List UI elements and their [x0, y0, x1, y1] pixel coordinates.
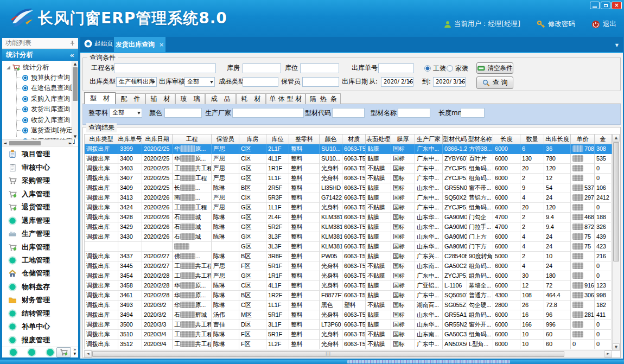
tab-home[interactable]: 起始页: [84, 40, 113, 48]
tree-item[interactable]: 发货出库查询: [17, 105, 70, 114]
sidebar-item-退货管理[interactable]: 退货管理: [2, 201, 78, 214]
tree-item[interactable]: 采购入库查询: [17, 94, 70, 104]
collapse-icon[interactable]: «: [70, 51, 74, 59]
pin-icon[interactable]: [70, 40, 75, 46]
tree-horizontal-scrollbar[interactable]: ◄ ►: [2, 139, 73, 146]
sidebar-item-退库管理[interactable]: 退库管理: [2, 214, 78, 227]
sidebar-item-出库管理[interactable]: 出库管理: [2, 240, 78, 253]
sidebar-item-采购管理[interactable]: 采购管理: [2, 174, 78, 187]
table-row[interactable]: 调拨出库34002020/2/25华原...严思C区4L1F整料SU10...6…: [85, 154, 613, 164]
minimize-button[interactable]: [590, 2, 600, 9]
table-row[interactable]: 调拨出库34242020/2/26工工程严思G区1L1F整料光身料6063-T5…: [85, 203, 613, 213]
radio-homewear[interactable]: 家装: [447, 64, 468, 73]
column-header[interactable]: 材质: [342, 135, 366, 144]
column-header[interactable]: 单价: [571, 135, 595, 144]
table-row[interactable]: 调拨出库34032020/2/25工共工程严思G区1R1F整料光身料6063-T…: [85, 164, 613, 174]
tree-item[interactable]: 预算执行查询: [17, 73, 70, 82]
material-tab-配件[interactable]: 配件: [116, 93, 145, 104]
column-header[interactable]: 出库单号: [118, 135, 142, 144]
tree-item[interactable]: 收货入库查询: [17, 115, 70, 125]
grid-vertical-scrollbar[interactable]: ▲ ▼: [612, 134, 620, 351]
sidebar-item-报废管理[interactable]: 报废管理: [2, 334, 78, 347]
clear-conditions-button[interactable]: 清空条件: [476, 62, 513, 74]
tree-item[interactable]: 在途信息查询[待定]: [17, 84, 78, 93]
table-row[interactable]: 调拨出库34452020/2/27工共工程严思F区5R1F整料光身料6063-T…: [85, 261, 613, 271]
table-row[interactable]: 调拨出库34132020/2/26南...严思C区5R3F整料G71422606…: [85, 193, 613, 203]
material-tab-耗材[interactable]: 耗材: [236, 93, 266, 104]
table-row[interactable]: 调拨出库35002020/3/3工共工程曹佳D区3L1F整料LT3P606063…: [85, 320, 613, 330]
radio-workwear[interactable]: 工装: [424, 64, 446, 73]
location-input[interactable]: [300, 63, 339, 73]
column-header[interactable]: 膜厚: [391, 135, 415, 144]
keeper-input[interactable]: [302, 77, 339, 87]
column-header[interactable]: 型材代码: [443, 135, 467, 144]
logout-button[interactable]: 退出: [591, 20, 616, 29]
table-row[interactable]: 调拨出库34942020/3/2石辉城汤伟M区5R1F整料光身料6063-T5贴…: [85, 310, 613, 320]
material-tab-隔热条[interactable]: 隔热条: [305, 93, 341, 104]
product-type-input[interactable]: [243, 77, 278, 87]
table-row[interactable]: 调拨出库34932020/3/2华原...陈琳C区1L1F整料黑色塑料不贴膜国标…: [85, 301, 613, 310]
date-to-dropdown[interactable]: 2020/ 3/16: [433, 77, 466, 87]
tab-list-dropdown-icon[interactable]: ▼: [615, 43, 619, 48]
table-row[interactable]: 调拨出库34612020/2/28华原...陈琳B区1R2F整料F8877FT6…: [85, 291, 613, 301]
column-header[interactable]: 库房: [239, 135, 266, 144]
tab-close-icon[interactable]: ×: [159, 41, 164, 48]
sidebar-item-项目管理[interactable]: 项目管理: [2, 148, 78, 161]
material-tab-成品[interactable]: 成品: [205, 93, 236, 104]
module-dot-icon[interactable]: [28, 349, 35, 356]
table-row[interactable]: 调拨出库35102020/3/4工共工程陈琳F区5R1F整料光身料6063-T5…: [85, 330, 613, 340]
column-header[interactable]: 工程: [173, 135, 212, 144]
part-type-dropdown[interactable]: 全部: [110, 108, 142, 118]
column-header[interactable]: 表面处理: [366, 135, 391, 144]
project-name-input[interactable]: [114, 63, 216, 73]
sidebar-item-审核中心[interactable]: 审核中心: [2, 161, 78, 174]
tree-item[interactable]: 退货查询[待定]: [17, 126, 75, 136]
sidebar-item-补单中心[interactable]: 补单中心: [2, 320, 78, 333]
column-header[interactable]: 保管员: [212, 135, 239, 144]
expand-icon[interactable]: [7, 66, 10, 69]
material-tab-玻璃[interactable]: 玻璃: [175, 93, 205, 104]
length-input[interactable]: [461, 108, 485, 118]
column-header[interactable]: 数量: [520, 135, 544, 144]
grid-horizontal-scrollbar[interactable]: ◄ ||| ►: [84, 350, 612, 357]
warehouse-input[interactable]: [243, 63, 281, 73]
maximize-button[interactable]: [601, 2, 610, 9]
column-header[interactable]: 整零料: [289, 135, 320, 144]
close-button[interactable]: ×: [612, 2, 622, 9]
sidebar-item-入库管理[interactable]: 入库管理: [2, 187, 78, 200]
table-row[interactable]: 调拨出库34542020/2/28工共工程严思G区1R1F整料光身料6063-T…: [85, 271, 613, 281]
table-row[interactable]: 调拨出库34072020/2/25工工程严思G区1L1F整料光身料6063-T5…: [85, 174, 613, 183]
table-row[interactable]: 调拨出库34292020/2/26石城陈琳G区5R2F整料KLM38176063…: [85, 222, 613, 232]
profile-code-input[interactable]: [332, 108, 365, 118]
column-header[interactable]: 出库长度: [544, 135, 571, 144]
maker-input[interactable]: [232, 108, 304, 118]
tree-vertical-scrollbar[interactable]: ▲ ▼: [72, 61, 78, 139]
column-header[interactable]: 金: [595, 135, 612, 144]
tree-root[interactable]: 统计分析: [4, 62, 49, 72]
change-password-button[interactable]: 修改密码: [537, 20, 575, 29]
table-row[interactable]: 调拨出库34582020/2/28华原...陈琳C区4L1F整料光身料6063-…: [85, 281, 613, 291]
cart-module-button[interactable]: [56, 347, 71, 357]
table-row[interactable]: 调拨出库33992020/2/25华原...严思C区2L1F整料SU10...6…: [85, 144, 613, 154]
audit-dropdown[interactable]: 全部: [184, 77, 215, 87]
sidebar-item-财务管理[interactable]: 财务管理: [2, 293, 78, 306]
column-header[interactable]: 型材名称: [467, 135, 493, 144]
sidebar-item-结转管理[interactable]: 结转管理: [2, 307, 78, 320]
column-header[interactable]: 生产厂家: [415, 135, 443, 144]
table-row[interactable]: 调拨出库34092020/2/25长...陈琳B区2R5F整料LI35HD606…: [85, 183, 613, 193]
profile-name-input[interactable]: [398, 108, 430, 118]
table-row[interactable]: G区3L3F整料KLM38176063-T5贴膜国标山东华...GA90M09.…: [85, 242, 613, 252]
sidebar-item-生产管理[interactable]: 生产管理: [2, 227, 78, 240]
material-tab-辅材[interactable]: 辅材: [145, 93, 175, 104]
material-tab-型材[interactable]: 型材: [84, 92, 116, 104]
sidebar-item-仓储管理[interactable]: 仓储管理: [2, 267, 78, 280]
material-tab-单体型材[interactable]: 单体型材: [266, 93, 305, 104]
order-no-input[interactable]: [378, 63, 414, 73]
table-row[interactable]: 调拨出库34372020/2/27佛...陈琳B区3R8F整料PW056063-…: [85, 252, 613, 261]
date-from-dropdown[interactable]: 2020/ 2/16: [381, 77, 413, 87]
sidebar-item-物料盘存[interactable]: 物料盘存: [2, 280, 78, 293]
out-type-dropdown[interactable]: 生产领料出库: [116, 77, 157, 87]
module-dot-icon[interactable]: [47, 349, 54, 356]
color-input[interactable]: [164, 108, 202, 118]
column-header[interactable]: 出库类型: [85, 135, 118, 144]
